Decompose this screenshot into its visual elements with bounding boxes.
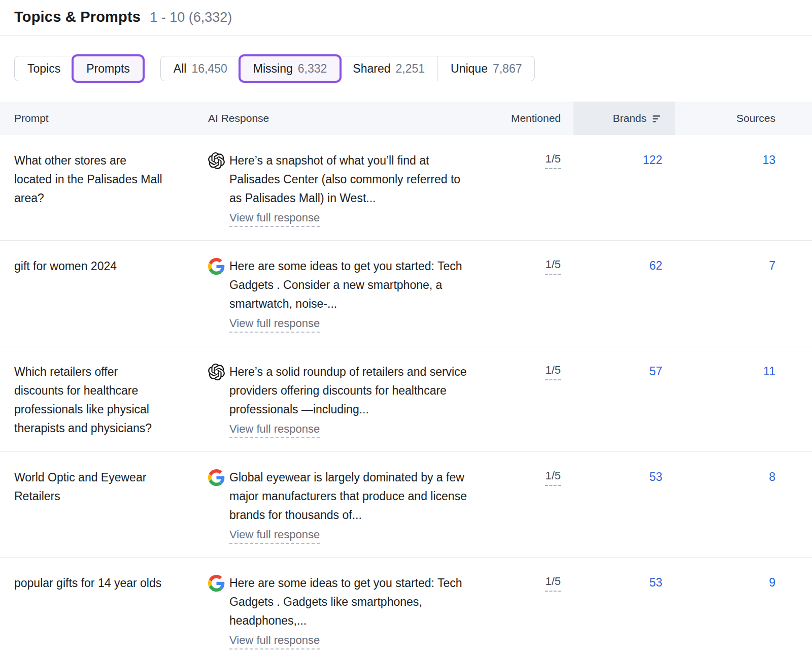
column-header-ai-response: AI Response — [208, 102, 500, 135]
mentioned-value[interactable]: 1/5 — [545, 151, 561, 169]
brands-cell: 57 — [573, 346, 675, 393]
sources-count[interactable]: 13 — [762, 153, 775, 167]
toggle-prompts[interactable]: Prompts — [73, 56, 143, 81]
google-icon — [208, 258, 225, 275]
response-cell: Global eyewear is largely dominated by a… — [208, 452, 500, 557]
mention-filter-group: All 16,450 Missing 6,332 Shared 2,251 Un… — [160, 56, 535, 81]
mentioned-value[interactable]: 1/5 — [545, 363, 561, 380]
response-text: Here are some ideas to get you started: … — [229, 574, 472, 630]
page-title: Topics & Prompts — [14, 9, 141, 25]
mentioned-value[interactable]: 1/5 — [545, 574, 561, 592]
filter-all-count: 16,450 — [191, 62, 227, 76]
sources-count[interactable]: 11 — [763, 365, 775, 378]
filter-unique-label: Unique — [451, 62, 488, 76]
table-row: What other stores are located in the Pal… — [0, 135, 812, 241]
mentioned-cell: 1/5 — [500, 452, 573, 499]
filter-bar: Topics Prompts All 16,450 Missing 6,332 … — [14, 56, 798, 81]
prompt-cell: What other stores are located in the Pal… — [0, 135, 208, 221]
sources-cell: 9 — [675, 558, 812, 604]
view-toggle-group: Topics Prompts — [14, 56, 143, 81]
google-icon — [208, 469, 225, 486]
mentioned-value[interactable]: 1/5 — [545, 468, 561, 486]
openai-icon — [208, 152, 225, 169]
sources-cell: 13 — [675, 135, 812, 182]
mentioned-cell: 1/5 — [500, 135, 573, 182]
view-full-response-link[interactable]: View full response — [229, 211, 320, 227]
sources-count[interactable]: 8 — [769, 470, 775, 483]
mentioned-cell: 1/5 — [500, 241, 573, 288]
page-range: 1 - 10 (6,332) — [150, 10, 232, 25]
response-cell: Here are some ideas to get you started: … — [208, 241, 500, 346]
filter-unique-count: 7,867 — [493, 62, 522, 76]
mentioned-cell: 1/5 — [500, 558, 573, 605]
column-header-mentioned[interactable]: Mentioned — [500, 102, 573, 135]
response-text: Here are some ideas to get you started: … — [229, 257, 472, 313]
brands-count[interactable]: 53 — [649, 470, 662, 483]
table-header: Prompt AI Response Mentioned Brands Sour… — [0, 102, 812, 135]
response-text: Global eyewear is largely dominated by a… — [229, 468, 472, 525]
filter-all-label: All — [174, 62, 187, 76]
response-cell: Here’s a solid roundup of retailers and … — [208, 346, 500, 451]
filter-missing-label: Missing — [253, 62, 293, 76]
prompt-text: World Optic and Eyewear Retailers — [14, 468, 162, 506]
column-header-prompt: Prompt — [0, 102, 208, 135]
sources-cell: 8 — [675, 452, 812, 499]
filter-shared-label: Shared — [353, 62, 390, 76]
table-row: Which retailers offer discounts for heal… — [0, 346, 812, 452]
prompt-text: What other stores are located in the Pal… — [14, 151, 162, 208]
toggle-prompts-label: Prompts — [86, 62, 130, 76]
table-row: World Optic and Eyewear Retailers Global… — [0, 452, 812, 558]
sources-cell: 7 — [675, 241, 812, 287]
filter-missing[interactable]: Missing 6,332 — [240, 56, 340, 81]
filter-shared-count: 2,251 — [395, 62, 425, 76]
prompt-cell: World Optic and Eyewear Retailers — [0, 452, 208, 519]
table-row: gift for women 2024 Here are some ideas … — [0, 241, 812, 346]
prompt-cell: Which retailers offer discounts for heal… — [0, 346, 208, 451]
brands-count[interactable]: 53 — [649, 576, 662, 589]
prompt-text: Which retailers offer discounts for heal… — [14, 363, 162, 438]
google-icon — [208, 575, 225, 592]
column-header-sources[interactable]: Sources — [675, 102, 812, 135]
brands-cell: 62 — [573, 241, 675, 287]
prompt-cell: popular gifts for 14 year olds — [0, 558, 208, 606]
sources-cell: 11 — [675, 346, 812, 393]
response-cell: Here are some ideas to get you started: … — [208, 558, 500, 650]
toggle-topics[interactable]: Topics — [15, 56, 73, 81]
sources-count[interactable]: 9 — [769, 576, 775, 589]
response-text: Here’s a snapshot of what you’ll find at… — [229, 151, 472, 208]
response-cell: Here’s a snapshot of what you’ll find at… — [208, 135, 500, 240]
brands-count[interactable]: 122 — [643, 153, 662, 167]
brands-count[interactable]: 57 — [649, 365, 662, 378]
toggle-topics-label: Topics — [27, 62, 60, 76]
column-header-brands[interactable]: Brands — [573, 102, 675, 135]
table-row: popular gifts for 14 year olds Here are … — [0, 558, 812, 650]
filter-shared[interactable]: Shared 2,251 — [340, 56, 437, 81]
mentioned-value[interactable]: 1/5 — [545, 257, 561, 275]
view-full-response-link[interactable]: View full response — [229, 528, 320, 544]
brands-header-label: Brands — [613, 112, 647, 124]
prompt-cell: gift for women 2024 — [0, 241, 208, 289]
view-full-response-link[interactable]: View full response — [229, 422, 320, 438]
response-text: Here’s a solid roundup of retailers and … — [229, 363, 472, 419]
filter-missing-count: 6,332 — [298, 62, 327, 76]
filter-unique[interactable]: Unique 7,867 — [437, 56, 534, 81]
brands-cell: 53 — [573, 452, 675, 499]
brands-cell: 53 — [573, 558, 675, 604]
prompt-text: popular gifts for 14 year olds — [14, 574, 161, 593]
prompt-text: gift for women 2024 — [14, 257, 117, 276]
title-bar: Topics & Prompts 1 - 10 (6,332) — [0, 0, 812, 36]
openai-icon — [208, 364, 225, 380]
view-full-response-link[interactable]: View full response — [229, 634, 320, 649]
mentioned-cell: 1/5 — [500, 346, 573, 394]
view-full-response-link[interactable]: View full response — [229, 317, 320, 333]
brands-count[interactable]: 62 — [649, 259, 662, 272]
filter-all[interactable]: All 16,450 — [161, 56, 240, 81]
sort-descending-icon — [652, 113, 662, 124]
sources-count[interactable]: 7 — [769, 259, 775, 272]
brands-cell: 122 — [573, 135, 675, 182]
